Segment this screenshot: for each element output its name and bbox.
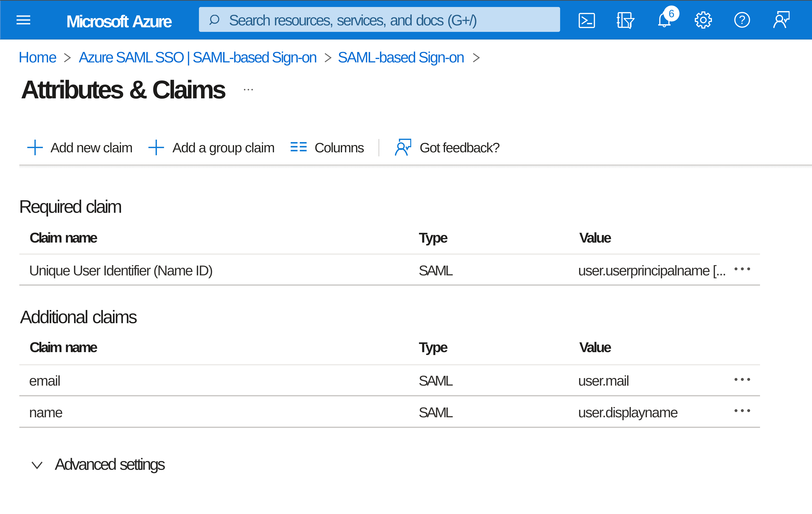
notification-badge-count: 6 [669, 8, 674, 20]
title-more-button[interactable] [244, 89, 253, 90]
add-group-claim-button[interactable]: Add a group claim [172, 141, 274, 155]
claim-name-cell[interactable]: email [29, 374, 60, 388]
row-more-button[interactable] [734, 267, 750, 270]
table-header-underline [19, 364, 760, 365]
table-row-line [19, 427, 760, 428]
hamburger-menu-icon[interactable] [17, 16, 30, 25]
breadcrumb-sso[interactable]: Azure SAML SSO | SAML-based Sign-on [79, 50, 316, 65]
columns-icon [291, 142, 307, 152]
help-glyph: ? [739, 13, 746, 26]
table-header-underline [19, 253, 760, 254]
row-more-button[interactable] [734, 378, 750, 381]
claim-name-cell[interactable]: Unique User Identifier (Name ID) [29, 263, 212, 278]
help-icon[interactable]: ? [734, 11, 751, 28]
claim-type-cell: SAML [419, 405, 452, 420]
cloud-shell-icon[interactable] [578, 12, 595, 28]
search-placeholder: Search resources, services, and docs (G+… [229, 13, 476, 28]
breadcrumb-separator-icon [472, 53, 480, 63]
claim-value-cell[interactable]: user.displayname [578, 405, 677, 420]
brand-title[interactable]: Microsoft Azure [66, 13, 171, 30]
advanced-settings-toggle[interactable]: Advanced settings [55, 456, 164, 472]
additional-claims-heading: Additional claims [20, 308, 136, 326]
claim-value-cell[interactable]: user.mail [578, 374, 629, 388]
required-claim-heading: Required claim [19, 198, 121, 216]
chevron-down-icon [31, 461, 43, 469]
column-header-type: Type [419, 340, 447, 354]
column-header-type: Type [419, 231, 447, 245]
breadcrumb-separator-icon [63, 53, 71, 63]
got-feedback-icon [395, 138, 411, 156]
toolbar-separator [19, 164, 812, 166]
directory-filter-icon[interactable] [615, 11, 635, 30]
feedback-icon[interactable] [773, 11, 790, 29]
toolbar-divider [379, 139, 379, 156]
plus-icon [148, 140, 164, 155]
column-header-claim-name: Claim name [30, 340, 96, 354]
claim-value-cell[interactable]: user.userprincipalname [... [578, 263, 726, 278]
toolbar-separator-shadow [19, 166, 812, 168]
columns-button[interactable]: Columns [315, 141, 364, 155]
table-row-line [19, 285, 760, 286]
claim-type-cell: SAML [419, 263, 452, 278]
row-more-button[interactable] [734, 409, 750, 412]
table-row-line [19, 395, 760, 396]
search-icon [209, 15, 220, 25]
breadcrumb-home[interactable]: Home [19, 50, 56, 65]
notifications-bell-icon[interactable]: 6 [656, 4, 681, 30]
plus-icon [27, 140, 43, 155]
claim-type-cell: SAML [419, 374, 452, 388]
column-header-claim-name: Claim name [30, 231, 96, 245]
breadcrumb-separator-icon [324, 53, 332, 63]
settings-gear-icon[interactable] [694, 11, 713, 29]
column-header-value: Value [579, 231, 610, 245]
column-header-value: Value [579, 340, 610, 354]
add-new-claim-button[interactable]: Add new claim [51, 141, 132, 155]
claim-name-cell[interactable]: name [29, 405, 62, 420]
breadcrumb-signon[interactable]: SAML-based Sign-on [338, 50, 464, 65]
page-title: Attributes & Claims [21, 77, 225, 102]
topbar-bottom-border [0, 39, 812, 39]
got-feedback-button[interactable]: Got feedback? [419, 141, 499, 155]
window-left-edge [0, 1, 1, 39]
